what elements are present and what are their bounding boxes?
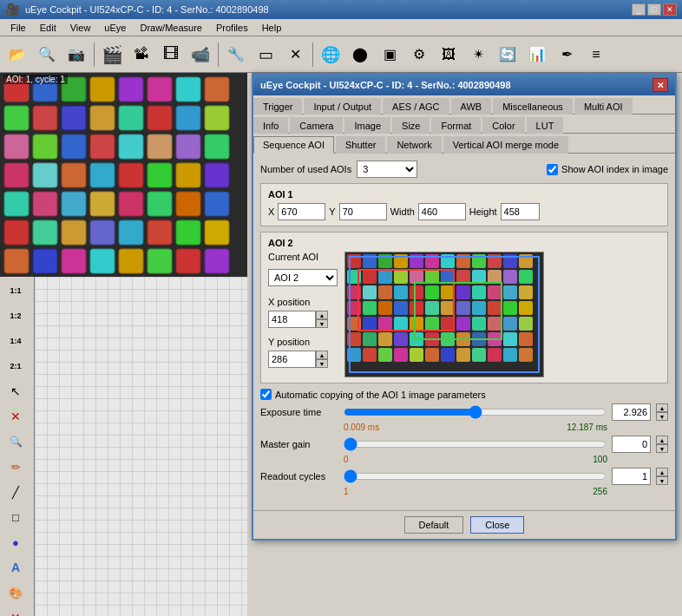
pencil-tool-btn[interactable]: ✏: [2, 455, 30, 479]
menu-help[interactable]: Help: [255, 22, 289, 34]
toolbar-globe[interactable]: 🌐: [317, 41, 344, 69]
toolbar-video2[interactable]: 📽: [128, 41, 155, 69]
aoi1-width-input[interactable]: [418, 203, 466, 220]
toolbar-chart[interactable]: 📊: [523, 41, 551, 69]
exposure-up-btn[interactable]: ▲: [656, 403, 668, 412]
aoi2-xpos-up-btn[interactable]: ▲: [316, 311, 328, 319]
aoi2-xpos-down-btn[interactable]: ▼: [316, 319, 328, 328]
toolbar-video1[interactable]: 🎬: [98, 41, 126, 69]
menu-draw[interactable]: Draw/Measure: [133, 22, 209, 34]
toolbar-extra[interactable]: ≡: [582, 41, 610, 69]
line-tool-btn[interactable]: ╱: [2, 480, 30, 504]
tab-sequence-aoi[interactable]: Sequence AOI: [253, 136, 334, 154]
circle-tool-btn[interactable]: ●: [2, 530, 30, 554]
zoom-2-1-btn[interactable]: 2:1: [2, 354, 30, 378]
text-tool-btn[interactable]: A: [2, 555, 30, 580]
aoi1-y-input[interactable]: [339, 203, 387, 220]
tab-lut[interactable]: LUT: [527, 117, 564, 134]
exposure-value-input[interactable]: [612, 403, 651, 421]
toolbar-pen[interactable]: ✒: [553, 41, 580, 69]
exposure-slider[interactable]: [344, 405, 607, 419]
tab-image[interactable]: Image: [344, 117, 390, 134]
tab-vertical-aoi[interactable]: Vertical AOI merge mode: [443, 136, 568, 154]
show-aoi-index-checkbox[interactable]: [547, 164, 558, 175]
svg-rect-83: [363, 285, 377, 299]
dialog-close-btn[interactable]: ✕: [652, 78, 668, 92]
close-btn[interactable]: Close: [470, 516, 524, 534]
toolbar-settings[interactable]: 🔧: [222, 41, 250, 69]
delete-tool-btn[interactable]: ✕: [2, 606, 30, 616]
svg-rect-108: [378, 317, 392, 331]
aoi1-x-input[interactable]: [278, 203, 325, 220]
toolbar-grid[interactable]: ▣: [376, 41, 403, 69]
master-gain-down-btn[interactable]: ▼: [656, 444, 668, 453]
tab-network[interactable]: Network: [387, 136, 441, 154]
tab-multi-aoi[interactable]: Multi AOI: [574, 98, 633, 115]
readout-cycles-slider[interactable]: [344, 469, 607, 483]
svg-rect-113: [456, 317, 470, 331]
toolbar-remove[interactable]: ✕: [281, 41, 309, 69]
color-tool-btn[interactable]: 🎨: [2, 580, 30, 605]
master-gain-value-input[interactable]: [612, 436, 651, 453]
tab-info[interactable]: Info: [253, 117, 288, 134]
tab-format[interactable]: Format: [431, 117, 481, 134]
readout-cycles-value-input[interactable]: [612, 468, 651, 485]
aoi2-ypos-input[interactable]: [268, 351, 316, 368]
readout-cycles-down-btn[interactable]: ▼: [656, 476, 668, 485]
pointer-tool-btn[interactable]: ↖: [2, 379, 30, 403]
close-app-btn[interactable]: ✕: [663, 3, 677, 16]
aoi2-xpos-input[interactable]: [268, 311, 316, 328]
readout-cycles-up-btn[interactable]: ▲: [656, 468, 668, 476]
toolbar-circle[interactable]: ⬤: [346, 41, 374, 69]
menu-edit[interactable]: Edit: [33, 22, 63, 34]
aoi2-ypos-up-btn[interactable]: ▲: [316, 351, 328, 359]
menu-ueye[interactable]: uEye: [97, 22, 133, 34]
svg-rect-119: [363, 332, 377, 346]
toolbar-open[interactable]: 📂: [3, 41, 31, 69]
current-aoi-select[interactable]: AOI 2 AOI 1 AOI 3: [268, 269, 338, 286]
toolbar-search[interactable]: 🔍: [33, 41, 61, 69]
aoi2-ypos-down-btn[interactable]: ▼: [316, 359, 328, 368]
aoi2-inner: Current AOI AOI 2 AOI 1 AOI 3 X position: [268, 252, 660, 377]
zoom-1-1-btn[interactable]: 1:1: [2, 279, 30, 303]
svg-rect-71: [363, 270, 377, 284]
cross-tool-btn[interactable]: ✕: [2, 404, 30, 429]
toolbar-image[interactable]: 🖼: [435, 41, 462, 69]
tab-awb[interactable]: AWB: [451, 98, 492, 115]
exposure-down-btn[interactable]: ▼: [656, 412, 668, 421]
auto-copy-checkbox[interactable]: [260, 389, 272, 400]
toolbar-camera[interactable]: 📷: [62, 41, 90, 69]
default-btn[interactable]: Default: [404, 516, 464, 534]
tab-color[interactable]: Color: [482, 117, 524, 134]
tab-camera[interactable]: Camera: [290, 117, 343, 134]
tab-misc[interactable]: Miscellaneous: [493, 98, 573, 115]
tab-aes-agc[interactable]: AES / AGC: [383, 98, 449, 115]
rect-tool-btn[interactable]: □: [2, 505, 30, 529]
master-gain-up-btn[interactable]: ▲: [656, 436, 668, 444]
master-gain-slider[interactable]: [344, 437, 607, 451]
svg-rect-34: [33, 192, 57, 216]
menu-profiles[interactable]: Profiles: [209, 22, 255, 34]
tab-size[interactable]: Size: [392, 117, 430, 134]
toolbar-refresh[interactable]: 🔄: [494, 41, 521, 69]
toolbar-gear[interactable]: ⚙: [405, 41, 433, 69]
zoom-1-2-btn[interactable]: 1:2: [2, 304, 30, 328]
aoi1-height-input[interactable]: [501, 203, 540, 220]
tab-input-output[interactable]: Input / Output: [304, 98, 381, 115]
tab-trigger[interactable]: Trigger: [253, 98, 302, 115]
zoom-tool-btn[interactable]: 🔍: [2, 429, 30, 454]
menu-view[interactable]: View: [63, 22, 98, 34]
toolbar-rect[interactable]: ▭: [252, 41, 279, 69]
toolbar-video4[interactable]: 📹: [187, 41, 214, 69]
exposure-label: Exposure time: [260, 407, 338, 417]
auto-copy-label: Automatic copying of the AOI 1 image par…: [275, 390, 486, 400]
tab-shutter[interactable]: Shutter: [336, 136, 385, 154]
toolbar-star[interactable]: ✴: [464, 41, 492, 69]
num-aois-select[interactable]: 3 1 2: [357, 161, 417, 178]
maximize-btn[interactable]: □: [647, 3, 661, 16]
master-gain-range-row: 0 100: [344, 455, 607, 464]
toolbar-video3[interactable]: 🎞: [157, 41, 185, 69]
zoom-1-4-btn[interactable]: 1:4: [2, 329, 30, 353]
menu-file[interactable]: File: [3, 22, 33, 34]
minimize-btn[interactable]: _: [632, 3, 646, 16]
